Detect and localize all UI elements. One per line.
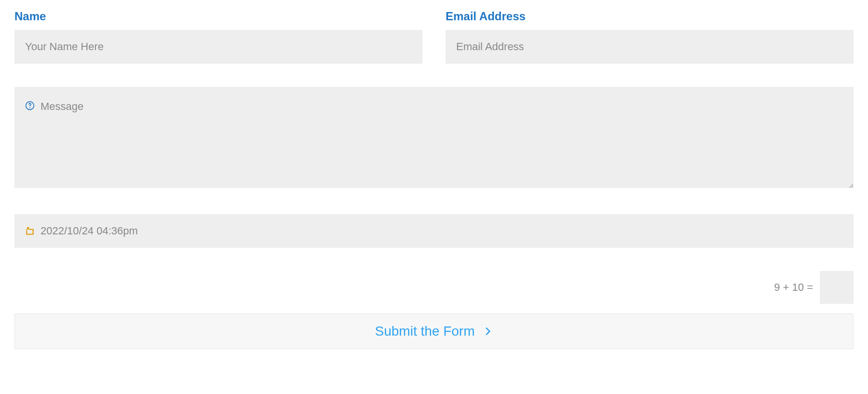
email-input[interactable] [446,30,854,64]
chevron-right-icon [483,326,493,336]
email-label: Email Address [446,10,854,23]
name-field-group: Name [14,10,422,64]
name-input[interactable] [14,30,422,64]
message-field-group [14,87,854,191]
captcha-row: 9 + 10 = [14,271,854,304]
datetime-field-group [14,214,854,248]
name-email-row: Name Email Address [14,10,854,64]
datetime-input[interactable] [14,214,854,248]
submit-button[interactable]: Submit the Form [14,313,854,349]
contact-form: Name Email Address 9 + 10 = [14,10,854,349]
name-label: Name [14,10,422,23]
submit-row: Submit the Form [14,313,854,349]
message-textarea[interactable] [14,87,854,188]
submit-button-label: Submit the Form [375,324,475,339]
email-field-group: Email Address [446,10,854,64]
captcha-question: 9 + 10 = [774,281,813,294]
captcha-input[interactable] [820,271,854,304]
